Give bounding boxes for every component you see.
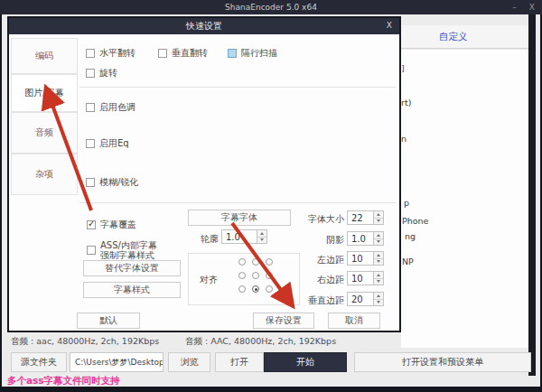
sidebar-tab-audio[interactable]: 音频 (11, 112, 78, 154)
checkbox-box[interactable] (158, 49, 167, 58)
subtitle-support-hint: 多个ass字幕文件同时支持 (7, 375, 120, 387)
right-margin-label: 右边距 (292, 274, 344, 286)
sidebar-tab-misc[interactable]: 杂项 (11, 154, 78, 195)
checkbox-label: 垂直翻转 (172, 47, 208, 60)
open-settings-menu-button[interactable]: 打开设置和预设菜单 (354, 352, 531, 372)
checkbox-enable-hue[interactable]: 启用色调 (86, 101, 136, 114)
font-size-label: 字体大小 (292, 213, 344, 226)
quick-settings-dialog: 快速设置 X 编码 图片/字幕 音频 杂项 水平翻转 垂直翻转 隔行扫描 旋转 … (7, 16, 401, 332)
preset-fragment[interactable]: ] (401, 63, 405, 73)
align-radio[interactable] (252, 272, 259, 279)
dialog-close-icon[interactable]: X (387, 21, 392, 30)
preset-list (401, 50, 528, 348)
align-radio[interactable] (252, 258, 259, 266)
checkbox-label: 旋转 (99, 67, 117, 79)
source-folder-button[interactable]: 源文件夹 (11, 352, 67, 372)
preset-fragment[interactable]: ng (405, 231, 416, 241)
save-settings-button[interactable]: 保存设置 (253, 313, 314, 329)
align-radio[interactable] (238, 272, 246, 279)
window-title: ShanaEncoder 5.0 x64 (225, 3, 317, 12)
align-radio[interactable] (252, 285, 259, 293)
triangle-down-icon (377, 219, 380, 222)
align-radio[interactable] (266, 258, 273, 266)
checkbox-box[interactable] (86, 69, 95, 78)
checkbox-rotate[interactable]: 旋转 (86, 67, 117, 79)
preset-fragment[interactable]: n (401, 134, 406, 144)
triangle-up-icon (377, 234, 380, 237)
preset-fragment[interactable]: NP (402, 257, 414, 266)
align-label: 对齐 (200, 274, 218, 286)
preset-fragment[interactable]: p (404, 198, 409, 208)
checkbox-blur-sharpen[interactable]: 模糊/锐化 (86, 176, 138, 189)
triangle-up-icon (377, 294, 380, 297)
start-button[interactable]: 开始 (264, 352, 347, 372)
triangle-up-icon (377, 254, 380, 257)
left-margin-label: 左边距 (292, 254, 344, 266)
triangle-down-icon (377, 301, 380, 303)
spinner-down-button[interactable] (374, 238, 383, 246)
sidebar-tab-image-subtitle[interactable]: 图片/字幕 (11, 74, 78, 112)
right-margin-input[interactable]: 10 (347, 271, 374, 285)
checkbox-label: 模糊/锐化 (99, 176, 138, 189)
vertical-margin-input[interactable]: 20 (347, 292, 374, 306)
font-size-input[interactable]: 22 (347, 210, 374, 225)
checkbox-box[interactable] (228, 49, 237, 58)
vertical-margin-label: 垂直边距 (292, 294, 344, 307)
browse-button[interactable]: 浏览 (168, 352, 210, 372)
vertical-margin-spinner (374, 292, 384, 306)
subtitle-style-button[interactable]: 字幕样式 (83, 282, 181, 298)
spinner-down-button[interactable] (374, 299, 383, 306)
checkbox-box[interactable] (86, 139, 95, 148)
subtitle-font-button[interactable]: 字幕字体 (188, 210, 291, 226)
spinner-down-button[interactable] (374, 218, 383, 225)
window-close-icon[interactable]: X (529, 0, 535, 14)
left-margin-input[interactable]: 10 (347, 251, 374, 266)
path-input[interactable]: C:\Users\梦梦\Desktop (70, 352, 164, 372)
triangle-down-icon (377, 240, 380, 243)
spinner-down-button[interactable] (374, 258, 383, 266)
divider (79, 87, 396, 88)
triangle-down-icon (377, 260, 380, 263)
checkbox-box[interactable] (86, 49, 95, 58)
audio-info-right: 音频 : AAC, 48000Hz, 2ch, 192Kbps (185, 336, 336, 348)
checkbox-horizontal-flip[interactable]: 水平翻转 (86, 47, 136, 60)
checkbox-enable-eq[interactable]: 启用Eq (86, 137, 129, 150)
checkbox-ass-force-style[interactable]: ASS/内部字幕 强制字幕样式 (87, 240, 157, 260)
checkbox-subtitle-overlay[interactable]: 字幕覆盖 (87, 219, 136, 231)
checkbox-label: 水平翻转 (99, 47, 136, 60)
triangle-up-icon (377, 213, 380, 216)
replace-font-settings-button[interactable]: 替代字体设置 (83, 260, 181, 276)
sidebar-tab-encode[interactable]: 编码 (11, 38, 78, 74)
outline-label: 轮廓 (201, 233, 219, 246)
spinner-down-button[interactable] (374, 278, 383, 285)
dialog-title: 快速设置 (186, 20, 222, 33)
shadow-input[interactable]: 1.0 (347, 231, 374, 246)
dialog-titlebar[interactable]: 快速设置 (9, 18, 399, 34)
checkbox-box[interactable] (86, 178, 95, 187)
checkbox-label: 字幕覆盖 (100, 219, 136, 231)
triangle-down-icon (377, 280, 380, 283)
outline-spinner (257, 229, 267, 244)
cancel-button[interactable]: 取消 (328, 313, 380, 329)
align-radio[interactable] (266, 285, 273, 293)
spinner-down-button[interactable] (257, 237, 266, 244)
tab-custom[interactable]: 自定义 (439, 31, 468, 43)
triangle-up-icon (377, 274, 380, 276)
checkbox-interlace-scan[interactable]: 隔行扫描 (228, 47, 277, 60)
open-button[interactable]: 打开 (215, 352, 264, 372)
minimize-icon[interactable]: – (512, 0, 517, 14)
font-size-spinner (374, 210, 384, 225)
align-radio[interactable] (238, 258, 246, 266)
checkbox-box[interactable] (86, 103, 95, 112)
outline-input[interactable]: 1.0 (221, 229, 257, 244)
align-radio[interactable] (238, 285, 246, 293)
checkbox-vertical-flip[interactable]: 垂直翻转 (158, 47, 208, 60)
default-button[interactable]: 默认 (77, 313, 140, 329)
shadow-label: 阴影 (292, 234, 344, 247)
window-titlebar: ShanaEncoder 5.0 x64 – X (0, 0, 542, 14)
preset-fragment[interactable]: Phone (402, 216, 428, 226)
preset-fragment[interactable]: rt) (401, 98, 411, 107)
checkbox-box[interactable] (87, 220, 96, 229)
checkbox-box[interactable] (87, 246, 96, 255)
align-radio[interactable] (266, 272, 273, 279)
